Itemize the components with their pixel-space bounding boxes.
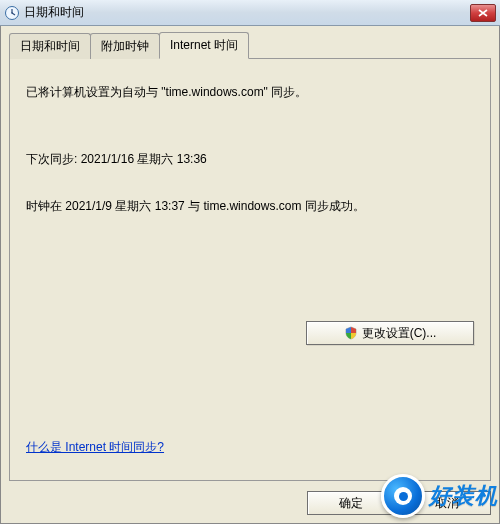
tab-panel-internet-time: 已将计算机设置为自动与 "time.windows.com" 同步。 下次同步:…	[9, 58, 491, 481]
last-sync-text: 时钟在 2021/1/9 星期六 13:37 与 time.windows.co…	[26, 197, 474, 216]
tab-internet-time[interactable]: Internet 时间	[159, 32, 249, 59]
change-settings-button[interactable]: 更改设置(C)...	[306, 321, 474, 345]
tab-date-time[interactable]: 日期和时间	[9, 33, 91, 59]
tab-additional-clocks[interactable]: 附加时钟	[90, 33, 160, 59]
watermark: 好装机	[381, 474, 500, 518]
change-settings-label: 更改设置(C)...	[362, 325, 437, 342]
watermark-text: 好装机	[429, 481, 500, 511]
svg-point-3	[11, 12, 13, 14]
help-link[interactable]: 什么是 Internet 时间同步?	[26, 439, 164, 456]
window-title: 日期和时间	[24, 4, 470, 21]
shield-icon	[344, 326, 358, 340]
sync-config-text: 已将计算机设置为自动与 "time.windows.com" 同步。	[26, 83, 474, 102]
close-button[interactable]	[470, 4, 496, 22]
watermark-badge-icon	[381, 474, 425, 518]
tab-strip: 日期和时间 附加时钟 Internet 时间	[9, 32, 491, 58]
window-body: 日期和时间 附加时钟 Internet 时间 已将计算机设置为自动与 "time…	[0, 26, 500, 524]
clock-icon	[4, 5, 20, 21]
window-titlebar: 日期和时间	[0, 0, 500, 26]
next-sync-text: 下次同步: 2021/1/16 星期六 13:36	[26, 150, 474, 169]
